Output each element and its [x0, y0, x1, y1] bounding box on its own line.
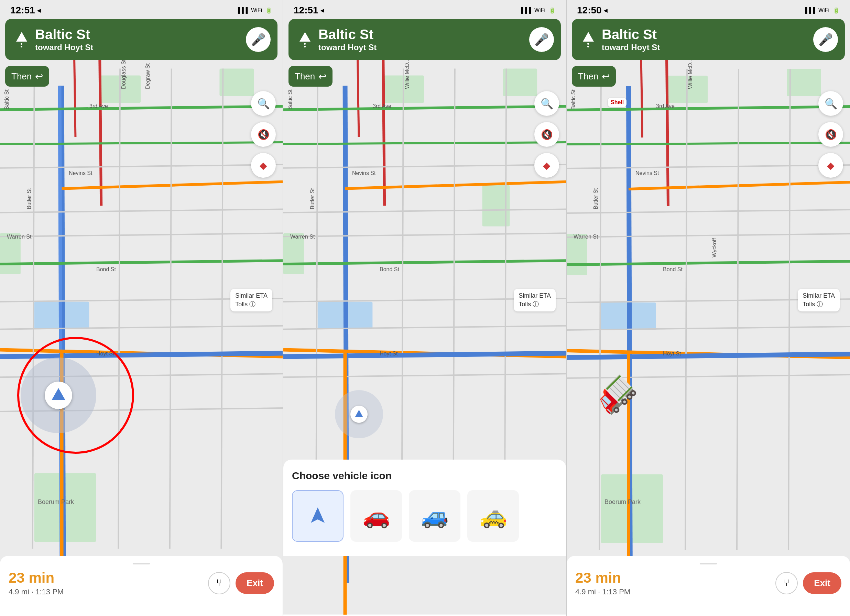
shell-badge: Shell [608, 98, 627, 107]
then-label-mid: Then [295, 71, 315, 82]
eta-time-right: 23 min [575, 570, 630, 586]
eta-time: 23 min [9, 570, 64, 586]
mic-icon-mid: 🎤 [534, 33, 549, 46]
search-icon-mid: 🔍 [540, 98, 553, 110]
status-icons-mid: ▐▐▐ WiFi 🔋 [519, 7, 556, 14]
nav-text-right: Baltic St toward Hoyt St [602, 27, 813, 52]
signal-icon: ▐▐▐ [236, 7, 248, 13]
then-arrow-icon-right: ↩ [602, 71, 610, 82]
street-label-bond: Bond St [96, 266, 116, 273]
direction-icon [12, 27, 31, 52]
vehicle-chooser: Choose vehicle icon 🚗 🚙 🚕 [283, 460, 566, 556]
search-button-right[interactable]: 🔍 [819, 91, 843, 116]
status-icons-right: ▐▐▐ WiFi 🔋 [803, 7, 840, 14]
battery-icon-mid: 🔋 [549, 7, 556, 14]
mic-button-right[interactable]: 🎤 [813, 27, 838, 52]
compass-button-mid[interactable]: ◆ [534, 153, 559, 178]
exit-button-right[interactable]: Exit [803, 572, 841, 594]
location-icon: ◂ [37, 6, 40, 15]
then-indicator-right: Then ↩ [572, 66, 616, 87]
svg-rect-57 [567, 234, 587, 275]
phone-screen-right: Baltic St 3rd Ave Nevins St Warren St Bo… [567, 0, 850, 616]
eta-card: 23 min 4.9 mi · 1:13 PM ⑂ Exit [0, 556, 283, 616]
street-label-3rd: 3rd Ave [90, 103, 108, 109]
mute-button[interactable]: 🔇 [251, 122, 276, 147]
nav-street-mid: Baltic St [319, 27, 529, 42]
compass-button[interactable]: ◆ [251, 153, 276, 178]
then-indicator: Then ↩ [5, 66, 49, 87]
status-bar: 12:51 ◂ ▐▐▐ WiFi 🔋 [0, 0, 283, 21]
mute-icon-mid: 🔇 [541, 129, 553, 140]
compass-icon-right: ◆ [827, 160, 835, 171]
street-label-willie-right: Willie McD... [687, 58, 694, 89]
signal-icon-right: ▐▐▐ [803, 7, 815, 13]
mic-icon-right: 🎤 [819, 33, 833, 46]
then-indicator-mid: Then ↩ [289, 66, 332, 87]
street-label-degraw: Degraw St [145, 63, 151, 89]
phone-screen-middle: Baltic St 3rd Ave Nevins St Warren St Bo… [283, 0, 567, 616]
status-time: 12:51 ◂ [10, 5, 40, 16]
svg-rect-4 [219, 69, 254, 96]
search-icon-right: 🔍 [825, 98, 837, 110]
then-arrow-icon: ↩ [35, 71, 43, 82]
nav-header-right: Baltic St toward Hoyt St 🎤 [572, 19, 845, 60]
routes-button[interactable]: ⑂ [208, 572, 230, 594]
status-time-mid: 12:51 ◂ [294, 5, 324, 16]
eta-detail: 4.9 mi · 1:13 PM [9, 588, 64, 597]
nav-header: Baltic St toward Hoyt St 🎤 [5, 19, 277, 60]
arrow-up-icon-mid [299, 32, 310, 42]
eta-card-right: 23 min 4.9 mi · 1:13 PM ⑂ Exit [567, 556, 850, 616]
mute-button-right[interactable]: 🔇 [819, 122, 843, 147]
mic-button-mid[interactable]: 🎤 [529, 27, 554, 52]
park-label-boerum: Boerum Park [38, 498, 74, 506]
status-bar-right: 12:50 ◂ ▐▐▐ WiFi 🔋 [567, 0, 850, 21]
vehicle-option-red-car[interactable]: 🚗 [350, 490, 402, 542]
street-label-3rd-right: 3rd Ave [656, 103, 675, 109]
vehicle-option-green-car[interactable]: 🚙 [409, 490, 460, 542]
vehicle-chooser-title: Choose vehicle icon [292, 470, 557, 481]
nav-text: Baltic St toward Hoyt St [35, 27, 246, 52]
street-label-butler-right: Butler St [593, 188, 599, 209]
routes-button-right[interactable]: ⑂ [775, 572, 798, 594]
vehicle-option-arrow[interactable] [292, 490, 344, 542]
street-label: Baltic St [4, 90, 10, 110]
exit-button[interactable]: Exit [235, 572, 274, 594]
vehicle-option-yellow-suv[interactable]: 🚕 [467, 490, 519, 542]
nav-toward: toward Hoyt St [35, 43, 246, 52]
street-label-nevins: Nevins St [69, 170, 92, 176]
vehicle-options: 🚗 🚙 🚕 [292, 490, 557, 542]
phone-screen-left: Baltic St 3rd Ave Nevins St Warren St Bo… [0, 0, 283, 616]
nav-toward-right: toward Hoyt St [602, 43, 813, 52]
street-label-baltic-mid: Baltic St [287, 90, 293, 110]
compass-button-right[interactable]: ◆ [819, 153, 843, 178]
street-label-nevins-mid: Nevins St [352, 170, 376, 176]
street-label-nevins-right: Nevins St [635, 170, 659, 176]
routes-icon: ⑂ [216, 577, 222, 589]
location-dot [21, 357, 96, 433]
mute-button-mid[interactable]: 🔇 [534, 122, 559, 147]
street-label-willie-mid: Willie McD... [404, 58, 410, 89]
wifi-icon: WiFi [251, 7, 262, 13]
mic-button[interactable]: 🎤 [246, 27, 271, 52]
street-label-3rd-mid: 3rd Ave [373, 103, 391, 109]
then-label: Then [11, 71, 31, 82]
location-arrow-icon [52, 388, 65, 400]
search-icon: 🔍 [257, 98, 270, 110]
nav-toward-mid: toward Hoyt St [319, 43, 529, 52]
street-label-bond-right: Bond St [663, 266, 682, 273]
location-icon-mid: ◂ [320, 6, 324, 15]
routes-icon-right: ⑂ [784, 577, 790, 589]
street-label-hoyt-mid: Hoyt St [380, 351, 398, 357]
location-dot-mid [335, 390, 383, 438]
street-label-hoyt-right: Hoyt St [663, 351, 681, 357]
eta-badge-mid: Similar ETA Tolls ⓘ [514, 289, 556, 311]
direction-icon-mid [295, 27, 314, 52]
nav-header-mid: Baltic St toward Hoyt St 🎤 [289, 19, 561, 60]
search-button-mid[interactable]: 🔍 [534, 91, 559, 116]
mute-icon: 🔇 [257, 129, 269, 140]
search-button[interactable]: 🔍 [251, 91, 276, 116]
compass-icon: ◆ [260, 160, 267, 171]
eta-detail-right: 4.9 mi · 1:13 PM [575, 588, 630, 597]
street-label-warren: Warren St [7, 234, 31, 240]
then-label-right: Then [578, 71, 598, 82]
